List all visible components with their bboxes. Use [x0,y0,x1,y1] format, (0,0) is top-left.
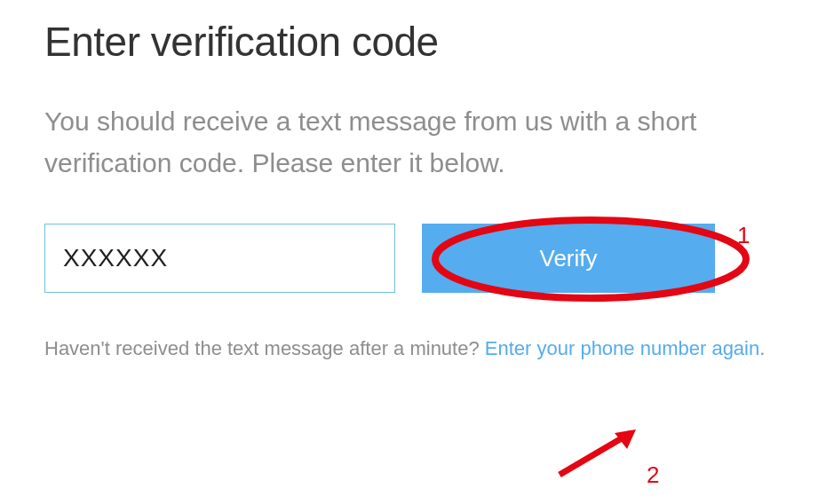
description-text: You should receive a text message from u… [44,101,782,184]
annotation-arrow-2 [551,426,648,479]
annotation-number-2: 2 [647,461,659,489]
footer-text: Haven't received the text message after … [44,333,782,364]
svg-marker-2 [615,429,636,449]
footer-prefix: Haven't received the text message after … [44,337,485,359]
footer-suffix: . [759,337,765,359]
input-row: Verify [44,224,782,293]
verification-code-input[interactable] [44,224,395,293]
verify-button[interactable]: Verify [422,224,715,293]
svg-line-1 [560,433,631,475]
page-title: Enter verification code [44,18,782,66]
resend-link[interactable]: Enter your phone number again [485,337,759,359]
